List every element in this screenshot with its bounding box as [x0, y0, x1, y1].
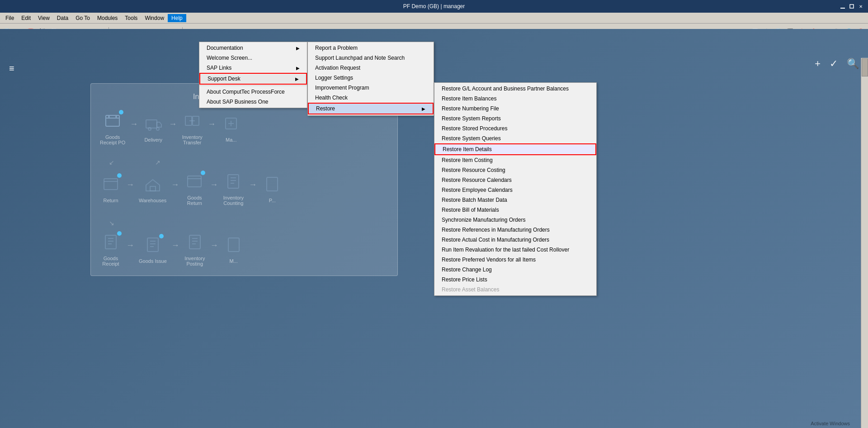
main-content: ≡ + ✓ 🔍 Inventory Management Process — [0, 29, 868, 428]
synchronize-manufacturing[interactable]: Synchronize Manufacturing Orders — [434, 215, 596, 225]
restore-change-log[interactable]: Restore Change Log — [434, 265, 596, 275]
menu-view[interactable]: View — [34, 14, 53, 22]
documentation-submenu-arrow: ▶ — [296, 46, 300, 51]
add-icon[interactable]: + — [815, 58, 821, 70]
menu-modules[interactable]: Modules — [94, 14, 121, 22]
help-menu-about-computec[interactable]: About ComputTec ProcessForce — [199, 87, 307, 97]
inventory-counting-label: InventoryCounting — [223, 195, 244, 206]
goods-return-dot — [201, 171, 205, 175]
menu-goto[interactable]: Go To — [72, 14, 94, 22]
support-activation[interactable]: Activation Request — [308, 63, 434, 73]
restore-employee-calendars[interactable]: Restore Employee Calendars — [434, 185, 596, 195]
support-report-problem[interactable]: Report a Problem — [308, 43, 434, 53]
title-bar: PF Demo (GB) | manager ✕ — [0, 0, 868, 13]
activate-windows-watermark: Activate Windows — [811, 421, 850, 426]
goods-receipt-dot — [117, 231, 122, 236]
inv-item-goods-receipt-po[interactable]: GoodsReceipt PO — [100, 110, 125, 145]
help-menu-sap-links[interactable]: SAP Links ▶ — [199, 63, 307, 73]
restore-numbering[interactable]: Restore Numbering File — [434, 104, 596, 114]
help-menu: Documentation ▶ Welcome Screen... SAP Li… — [199, 42, 307, 108]
svg-rect-13 — [188, 176, 201, 187]
return-icon — [100, 173, 122, 195]
menu-window[interactable]: Window — [141, 14, 168, 22]
inv-item-m[interactable]: M... — [223, 234, 245, 264]
restore-gl[interactable]: Restore G/L Account and Business Partner… — [434, 84, 596, 94]
support-desk-submenu: Report a Problem Support Launchpad and N… — [307, 42, 434, 116]
menu-bar: File Edit View Data Go To Modules Tools … — [0, 13, 868, 24]
menu-help[interactable]: Help — [168, 14, 186, 22]
restore-actual-cost[interactable]: Restore Actual Cost in Manufacturing Ord… — [434, 235, 596, 245]
search-icon[interactable]: 🔍 — [847, 58, 859, 70]
svg-rect-2 — [106, 115, 119, 126]
inv-item-manufacturing[interactable]: Ma... — [220, 113, 242, 143]
restore-batch-master[interactable]: Restore Batch Master Data — [434, 195, 596, 205]
menu-tools[interactable]: Tools — [121, 14, 141, 22]
svg-rect-19 — [228, 238, 239, 252]
inv-item-warehouses[interactable]: Warehouses — [139, 173, 166, 203]
top-right-icons: + ✓ 🔍 — [815, 58, 859, 70]
restore-references-manufacturing[interactable]: Restore References in Manufacturing Orde… — [434, 225, 596, 235]
close-button[interactable]: ✕ — [857, 3, 864, 10]
svg-rect-18 — [189, 235, 200, 249]
support-health-check[interactable]: Health Check — [308, 93, 434, 103]
inv-item-inventory-posting[interactable]: InventoryPosting — [184, 231, 206, 266]
restore-item-balances[interactable]: Restore Item Balances — [434, 94, 596, 104]
restore-system-queries[interactable]: Restore System Queries — [434, 133, 596, 143]
restore-resource-costing[interactable]: Restore Resource Costing — [434, 165, 596, 175]
svg-rect-1 — [850, 5, 854, 8]
inv-item-goods-issue[interactable]: Goods Issue — [139, 234, 167, 264]
inv-item-return[interactable]: Return — [100, 173, 122, 203]
restore-submenu-arrow: ▶ — [422, 106, 425, 111]
hamburger-menu[interactable]: ≡ — [9, 63, 14, 74]
minimize-button[interactable] — [839, 3, 846, 10]
support-desk-submenu-arrow: ▶ — [295, 76, 299, 81]
help-menu-documentation[interactable]: Documentation ▶ — [199, 43, 307, 53]
goods-receipt-po-dot — [119, 110, 123, 114]
restore-bill-of-materials[interactable]: Restore Bill of Materials — [434, 205, 596, 215]
svg-rect-5 — [146, 120, 157, 128]
restore-resource-calendars[interactable]: Restore Resource Calendars — [434, 175, 596, 185]
m-icon — [223, 234, 245, 256]
inv-item-inventory-transfer[interactable]: InventoryTransfer — [181, 110, 203, 145]
svg-point-4 — [115, 116, 117, 118]
inventory-transfer-icon — [181, 110, 203, 132]
goods-return-icon — [184, 171, 205, 192]
inv-item-inventory-counting[interactable]: InventoryCounting — [222, 171, 244, 206]
manufacturing-icon — [220, 113, 242, 134]
inv-item-delivery[interactable]: Delivery — [142, 113, 164, 143]
support-improvement[interactable]: Improvement Program — [308, 83, 434, 93]
support-restore[interactable]: Restore ▶ — [308, 103, 434, 114]
restore-price-lists[interactable]: Restore Price Lists — [434, 275, 596, 285]
restore-button[interactable] — [848, 3, 855, 10]
help-menu-support-desk[interactable]: Support Desk ▶ — [199, 73, 307, 85]
scrollbar[interactable] — [861, 58, 868, 428]
restore-system-reports[interactable]: Restore System Reports — [434, 114, 596, 124]
inv-item-p[interactable]: P... — [261, 173, 283, 203]
help-menu-about-sap[interactable]: About SAP Business One — [199, 97, 307, 107]
support-logger[interactable]: Logger Settings — [308, 73, 434, 83]
help-menu-sep1 — [199, 86, 307, 86]
inv-item-goods-return[interactable]: GoodsReturn — [184, 171, 205, 206]
svg-rect-11 — [104, 179, 118, 190]
confirm-icon[interactable]: ✓ — [830, 58, 838, 70]
delivery-icon — [142, 113, 164, 134]
inv-item-goods-receipt[interactable]: GoodsReceipt — [100, 231, 122, 266]
title-bar-controls: ✕ — [839, 3, 864, 10]
goods-receipt-icon — [100, 231, 122, 253]
menu-edit[interactable]: Edit — [18, 14, 34, 22]
restore-preferred-vendors[interactable]: Restore Preferred Vendors for all Items — [434, 255, 596, 265]
svg-rect-12 — [150, 186, 156, 191]
restore-stored-procedures[interactable]: Restore Stored Procedures — [434, 124, 596, 133]
manufacturing-label: Ma... — [226, 137, 236, 143]
run-item-revaluation[interactable]: Run Item Revaluation for the last failed… — [434, 245, 596, 255]
restore-item-details[interactable]: Restore Item Details — [434, 143, 596, 155]
support-launchpad[interactable]: Support Launchpad and Note Search — [308, 53, 434, 63]
inventory-counting-icon — [222, 171, 244, 192]
menu-data[interactable]: Data — [53, 14, 72, 22]
help-menu-welcome[interactable]: Welcome Screen... — [199, 53, 307, 63]
restore-item-costing[interactable]: Restore Item Costing — [434, 155, 596, 165]
warehouses-label: Warehouses — [139, 198, 166, 203]
p-icon — [261, 173, 283, 195]
menu-file[interactable]: File — [2, 14, 18, 22]
scrollbar-thumb[interactable] — [862, 58, 868, 76]
